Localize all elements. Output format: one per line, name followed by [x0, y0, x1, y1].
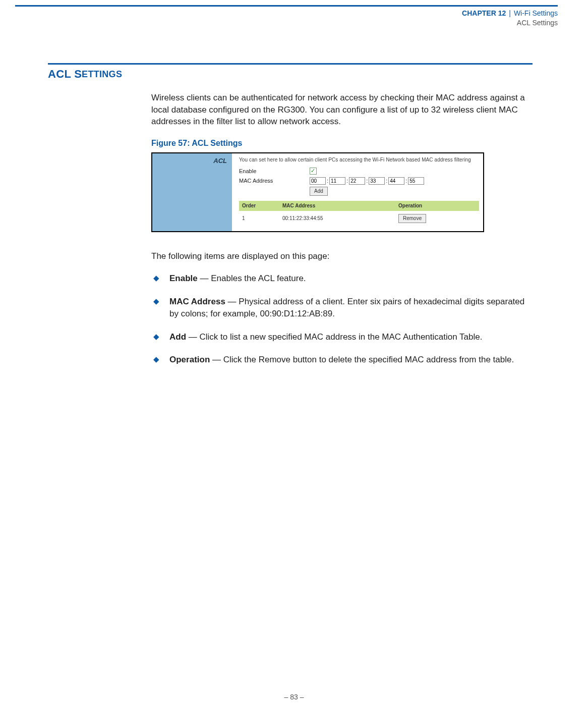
figure-description: You can set here to allow certain client…: [239, 156, 479, 164]
figure-main: You can set here to allow certain client…: [232, 153, 483, 232]
enable-checkbox[interactable]: [310, 168, 317, 175]
mac-address-input-group: :::::: [310, 177, 424, 185]
figure-sidebar: ACL: [152, 153, 232, 232]
item-desc: — Click to list a new specified MAC addr…: [186, 332, 482, 342]
heading-rule: [48, 63, 533, 65]
list-item: Operation — Click the Remove button to d…: [151, 354, 533, 366]
cell-mac: 00:11:22:33:44:55: [282, 215, 398, 222]
item-term: Add: [169, 332, 186, 342]
mac-octet-2[interactable]: [329, 177, 345, 185]
col-header-operation: Operation: [398, 202, 479, 209]
page-heading: ACL SETTINGS: [48, 68, 533, 81]
mac-octet-4[interactable]: [369, 177, 385, 185]
mac-octet-1[interactable]: [310, 177, 326, 185]
col-header-order: Order: [242, 202, 282, 209]
section-subtitle: ACL Settings: [0, 18, 558, 28]
enable-label: Enable: [239, 168, 310, 175]
mac-octet-3[interactable]: [349, 177, 365, 185]
item-term: Operation: [169, 355, 210, 364]
list-item: Add — Click to list a new specified MAC …: [151, 331, 533, 343]
item-desc: — Enables the ACL feature.: [198, 274, 306, 283]
section-title: Wi-Fi Settings: [514, 9, 558, 17]
mac-address-label: MAC Address: [239, 177, 310, 185]
cell-order: 1: [242, 215, 282, 222]
page-number: – 83 –: [0, 693, 588, 701]
col-header-mac: MAC Address: [282, 202, 398, 209]
figure-sidebar-title: ACL: [213, 157, 227, 165]
intro-paragraph: Wireless clients can be authenticated fo…: [151, 92, 533, 128]
mac-octet-5[interactable]: [388, 177, 404, 185]
acl-table-header: Order MAC Address Operation: [239, 201, 479, 211]
followup-text: The following items are displayed on thi…: [151, 250, 533, 262]
figure-acl-settings: ACL You can set here to allow certain cl…: [151, 152, 484, 233]
heading-prefix: ACL S: [48, 68, 82, 80]
heading-rest: ETTINGS: [82, 69, 122, 79]
chapter-label: CHAPTER 12: [462, 9, 506, 17]
item-term: MAC Address: [169, 297, 225, 306]
acl-table-row: 1 00:11:22:33:44:55 Remove: [239, 211, 479, 224]
list-item: MAC Address — Physical address of a clie…: [151, 296, 533, 320]
running-head: CHAPTER 12|Wi-Fi Settings ACL Settings: [0, 9, 558, 28]
remove-button[interactable]: Remove: [398, 214, 426, 223]
add-button[interactable]: Add: [310, 187, 328, 196]
mac-octet-6[interactable]: [408, 177, 424, 185]
top-rule: [15, 5, 558, 7]
separator-pipe: |: [509, 9, 511, 17]
list-item: Enable — Enables the ACL feature.: [151, 273, 533, 285]
figure-caption: Figure 57: ACL Settings: [151, 138, 533, 149]
item-desc: — Click the Remove button to delete the …: [210, 355, 514, 364]
item-list: Enable — Enables the ACL feature. MAC Ad…: [151, 273, 533, 366]
item-term: Enable: [169, 274, 198, 283]
